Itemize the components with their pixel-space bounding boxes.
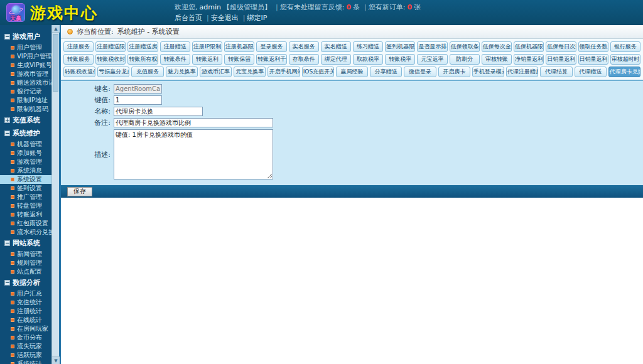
- sidebar-section[interactable]: +充值系统: [0, 114, 51, 127]
- scroll-down-icon[interactable]: ▼: [52, 356, 60, 364]
- tab-button[interactable]: 低保领取条件: [450, 41, 480, 52]
- sidebar-item[interactable]: 添加账号: [0, 149, 51, 158]
- tab-button[interactable]: 赢局经验: [336, 67, 368, 77]
- tab-button[interactable]: 注册服务: [63, 41, 94, 52]
- tab-button[interactable]: 元宝返率: [417, 54, 447, 65]
- sidebar-item[interactable]: 站点配置: [0, 267, 51, 276]
- tab-button[interactable]: 绑定代理: [321, 54, 351, 65]
- sidebar-section[interactable]: −系统维护: [0, 127, 51, 140]
- tab-button[interactable]: 实名赠送: [321, 41, 351, 52]
- tab-button[interactable]: 转账税收封顶: [95, 54, 126, 65]
- tab-button[interactable]: 转账税率: [385, 54, 415, 65]
- name-input[interactable]: [114, 107, 203, 116]
- tab-button[interactable]: 是否显示排行榜: [417, 41, 447, 52]
- tab-button[interactable]: 转账返利千分比: [256, 54, 286, 65]
- tab-button[interactable]: 转账保留: [224, 54, 254, 65]
- sidebar-section[interactable]: −数据分析: [0, 276, 51, 289]
- tab-button[interactable]: 注册机器限制: [224, 41, 254, 52]
- keyvalue-input[interactable]: [114, 95, 162, 105]
- sidebar-item[interactable]: 机器管理: [0, 140, 51, 149]
- tab-button[interactable]: 审核超时时间: [610, 54, 640, 65]
- tab-button[interactable]: 魅力兑换率: [166, 67, 198, 77]
- tab-button[interactable]: 取款税率: [353, 54, 383, 65]
- tab-button[interactable]: 登录服务: [256, 41, 286, 52]
- tab-button[interactable]: 转账服务: [63, 54, 94, 65]
- remark-input[interactable]: [114, 118, 273, 127]
- sidebar-item[interactable]: 流失玩家: [0, 342, 51, 351]
- sidebar-item[interactable]: VIP用户管理: [0, 52, 51, 61]
- scroll-up-icon[interactable]: ▲: [52, 25, 60, 33]
- tab-button[interactable]: 充值服务: [131, 67, 163, 77]
- sidebar-item[interactable]: 游戏管理: [0, 158, 51, 166]
- sidebar-item[interactable]: 推广管理: [0, 193, 51, 201]
- expand-icon[interactable]: +: [4, 117, 10, 123]
- sidebar-item[interactable]: 赠送游戏币记录: [0, 78, 51, 87]
- sidebar-item[interactable]: 红包雨设置: [0, 219, 51, 228]
- sidebar-item[interactable]: 用户管理: [0, 43, 51, 52]
- sidebar-item[interactable]: 系统消息: [0, 166, 51, 175]
- tab-button[interactable]: 代理结算: [540, 67, 572, 77]
- sidebar-item[interactable]: 在房间玩家: [0, 324, 51, 333]
- tab-button[interactable]: IOS充值开关: [302, 67, 334, 77]
- sidebar-item[interactable]: 系统统计: [0, 360, 51, 364]
- tab-button[interactable]: 开启手机网站: [267, 67, 300, 77]
- sidebar-item[interactable]: 流水积分兑换: [0, 228, 51, 237]
- tab-button[interactable]: 领取任务数目: [578, 41, 608, 52]
- tab-button[interactable]: 注册赠送房卡: [127, 41, 158, 52]
- tab-button[interactable]: 净销量返利: [514, 54, 544, 65]
- collapse-icon[interactable]: −: [4, 240, 10, 246]
- tab-button[interactable]: 代理注册赠房卡: [506, 67, 538, 77]
- tab-button[interactable]: 开启房卡: [438, 67, 470, 77]
- tab-button[interactable]: 低保机器限制: [514, 41, 544, 52]
- tab-button[interactable]: 注册IP限制: [192, 41, 222, 52]
- tab-button[interactable]: 审核转账: [482, 54, 512, 65]
- tab-button[interactable]: 分享赠送: [370, 67, 402, 77]
- keyname-input[interactable]: [114, 84, 162, 94]
- sidebar-item[interactable]: 注册统计: [0, 307, 51, 316]
- tab-button[interactable]: 转账返利: [192, 54, 222, 65]
- tab-button[interactable]: 转账税收返代理: [63, 67, 95, 77]
- tab-button[interactable]: 签到机器限制: [385, 41, 415, 52]
- tab-button[interactable]: 注册赠送: [160, 41, 190, 52]
- link-home[interactable]: 后台首页: [175, 14, 202, 22]
- collapse-icon[interactable]: −: [4, 131, 10, 136]
- tab-button[interactable]: 日销量返利比: [578, 54, 608, 65]
- sidebar-item[interactable]: 用户汇总: [0, 289, 51, 298]
- sidebar-item[interactable]: 金币分布: [0, 333, 51, 342]
- tab-button[interactable]: 转账所有权限: [127, 54, 158, 65]
- tab-button[interactable]: 银行服务: [610, 41, 640, 52]
- tab-button[interactable]: 日销量返利: [546, 54, 576, 65]
- sidebar-item[interactable]: 规则管理: [0, 259, 51, 267]
- tab-button[interactable]: 微信登录: [404, 67, 436, 77]
- tab-button[interactable]: 代理赠送: [575, 67, 607, 77]
- sidebar-item[interactable]: 转账返利: [0, 210, 51, 219]
- scrollbar-thumb[interactable]: [53, 34, 58, 92]
- description-textarea[interactable]: 键值: 1房卡兑换游戏币的值: [114, 129, 273, 179]
- tab-button[interactable]: 转账条件: [160, 54, 190, 65]
- sidebar-section[interactable]: −网站系统: [0, 237, 51, 250]
- sidebar-item[interactable]: 限制机器码: [0, 105, 51, 114]
- sidebar-item[interactable]: 系统设置: [0, 175, 51, 184]
- tab-button-active[interactable]: 代理房卡兑换: [608, 67, 640, 77]
- collapse-icon[interactable]: −: [4, 280, 10, 286]
- link-logout[interactable]: 安全退出: [211, 14, 239, 22]
- tab-button[interactable]: 手机登录模式: [472, 67, 504, 77]
- sidebar-item[interactable]: 转盘管理: [0, 201, 51, 210]
- sidebar-item[interactable]: 在线统计: [0, 316, 51, 324]
- sidebar-item[interactable]: 限制IP地址: [0, 96, 51, 105]
- sidebar-item[interactable]: 新闻管理: [0, 250, 51, 259]
- sidebar-section[interactable]: −游戏用户: [0, 30, 51, 43]
- save-button[interactable]: 保存: [67, 187, 92, 196]
- sidebar-item[interactable]: 活跃玩家: [0, 351, 51, 360]
- tab-button[interactable]: 低保每次金额: [482, 41, 512, 52]
- link-bind-ip[interactable]: 绑定IP: [247, 14, 267, 22]
- collapse-icon[interactable]: −: [4, 34, 10, 40]
- tab-button[interactable]: 注册赠送限制: [95, 41, 126, 52]
- sidebar-item[interactable]: 游戏币管理: [0, 70, 51, 78]
- tab-button[interactable]: 实名服务: [289, 41, 319, 52]
- tab-button[interactable]: 存取条件: [289, 54, 319, 65]
- tab-button[interactable]: 亏损赢分龙虎榜: [97, 67, 129, 77]
- sidebar-scrollbar[interactable]: ▲ ▼: [51, 25, 59, 364]
- tab-button[interactable]: 游戏币汇率: [200, 67, 232, 77]
- tab-button[interactable]: 练习赠送: [353, 41, 383, 52]
